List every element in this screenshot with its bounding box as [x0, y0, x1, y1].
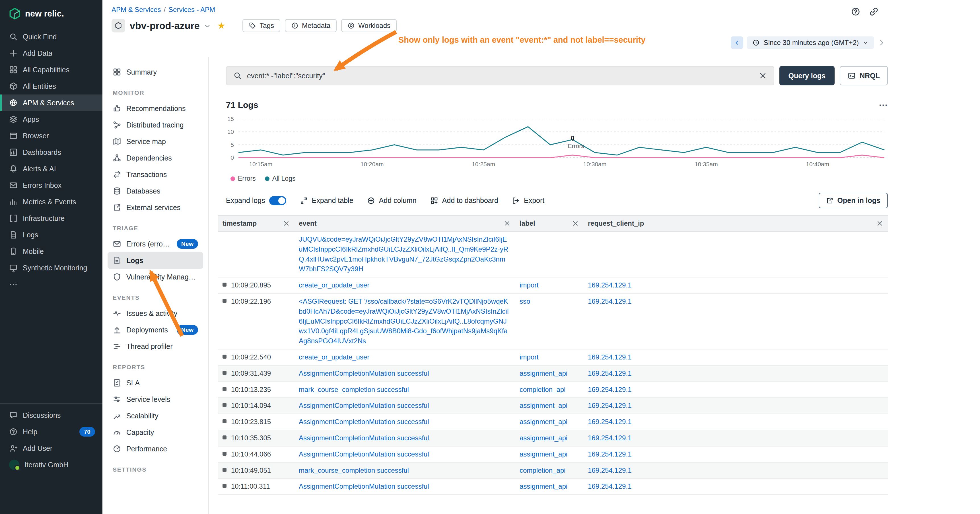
- nrql-button[interactable]: NRQL: [840, 66, 888, 85]
- log-label-link[interactable]: assignment_api: [520, 369, 567, 379]
- log-ip-link[interactable]: 169.254.129.1: [588, 401, 632, 411]
- sidebar-item-metrics-events[interactable]: Metrics & Events: [0, 194, 102, 210]
- chip-tags[interactable]: Tags: [242, 19, 280, 32]
- log-row[interactable]: 10:10:14.094AssignmentCompletionMutation…: [218, 398, 888, 414]
- log-event-link[interactable]: AssignmentCompletionMutation successful: [299, 482, 429, 492]
- subnav-item-logs[interactable]: Logs: [108, 252, 203, 269]
- log-ip-link[interactable]: 169.254.129.1: [588, 433, 632, 443]
- subnav-item-distributed-tracing[interactable]: Distributed tracing: [108, 117, 203, 133]
- overflow-menu-button[interactable]: ⋯: [879, 100, 888, 110]
- sidebar-item-more[interactable]: [0, 276, 102, 293]
- breadcrumb-link-services-apm[interactable]: Services - APM: [169, 6, 215, 14]
- remove-column-button[interactable]: [504, 220, 511, 227]
- copy-link-icon[interactable]: [869, 7, 879, 16]
- log-event-link[interactable]: mark_course_completion successful: [299, 385, 409, 395]
- log-row[interactable]: 10:09:22.196<ASGIRequest: GET '/sso/call…: [218, 294, 888, 350]
- log-row[interactable]: JUQVU&code=eyJraWQiOiJjcGltY29yZV8wOTl1M…: [218, 232, 888, 277]
- expand-logs-toggle[interactable]: Expand logs: [226, 196, 286, 205]
- subnav-item-summary[interactable]: Summary: [108, 64, 203, 80]
- legend-item-all-logs[interactable]: All Logs: [265, 175, 296, 183]
- log-ip-link[interactable]: 169.254.129.1: [588, 449, 632, 459]
- help-circle-icon[interactable]: [851, 7, 861, 16]
- log-ip-link[interactable]: 169.254.129.1: [588, 369, 632, 379]
- sidebar-item-apm-services[interactable]: APM & Services: [0, 94, 102, 111]
- log-label-link[interactable]: assignment_api: [520, 417, 567, 427]
- log-label-link[interactable]: assignment_api: [520, 401, 567, 411]
- subnav-item-databases[interactable]: Databases: [108, 183, 203, 199]
- sidebar-item-mobile[interactable]: Mobile: [0, 243, 102, 259]
- log-label-link[interactable]: import: [520, 352, 539, 362]
- log-row[interactable]: 10:09:20.895create_or_update_userimport1…: [218, 277, 888, 294]
- log-label-link[interactable]: completion_api: [520, 466, 565, 476]
- chevron-down-icon[interactable]: [204, 23, 210, 29]
- sidebar-item-alerts-ai[interactable]: Alerts & AI: [0, 161, 102, 177]
- subnav-item-service-map[interactable]: Service map: [108, 133, 203, 150]
- sidebar-item-all-capabilities[interactable]: All Capabilities: [0, 62, 102, 78]
- subnav-item-deployments[interactable]: DeploymentsNew: [108, 321, 203, 338]
- subnav-item-capacity[interactable]: Capacity: [108, 424, 203, 441]
- subnav-item-issues-activity[interactable]: Issues & activity: [108, 305, 203, 321]
- favorite-star-icon[interactable]: ★: [217, 21, 226, 30]
- clear-search-icon[interactable]: [759, 72, 767, 80]
- log-event-link[interactable]: AssignmentCompletionMutation successful: [299, 417, 429, 427]
- log-row[interactable]: 10:10:44.066AssignmentCompletionMutation…: [218, 447, 888, 463]
- subnav-item-transactions[interactable]: Transactions: [108, 166, 203, 183]
- log-label-link[interactable]: assignment_api: [520, 482, 567, 492]
- chip-metadata[interactable]: Metadata: [285, 19, 337, 32]
- remove-column-button[interactable]: [877, 220, 883, 227]
- sidebar-item-logs[interactable]: Logs: [0, 226, 102, 243]
- sidebar-item-dashboards[interactable]: Dashboards: [0, 144, 102, 161]
- log-row[interactable]: 10:09:31.439AssignmentCompletionMutation…: [218, 366, 888, 382]
- subnav-item-performance[interactable]: Performance: [108, 441, 203, 457]
- subnav-item-scalability[interactable]: Scalability: [108, 407, 203, 424]
- log-event-link[interactable]: <ASGIRequest: GET '/sso/callback/?state=…: [299, 296, 511, 346]
- log-event-link[interactable]: AssignmentCompletionMutation successful: [299, 433, 429, 443]
- chip-workloads[interactable]: Workloads: [341, 19, 397, 32]
- log-label-link[interactable]: sso: [520, 296, 530, 307]
- subnav-item-dependencies[interactable]: Dependencies: [108, 150, 203, 166]
- sidebar-item-account[interactable]: Iterativ GmbH: [0, 457, 102, 473]
- sidebar-item-apps[interactable]: Apps: [0, 111, 102, 127]
- log-ip-link[interactable]: 169.254.129.1: [588, 385, 632, 395]
- log-event-link[interactable]: AssignmentCompletionMutation successful: [299, 401, 429, 411]
- log-row[interactable]: 10:10:49.051mark_course_completion succe…: [218, 463, 888, 479]
- toggle-on-icon[interactable]: [269, 196, 286, 205]
- legend-item-errors[interactable]: Errors: [231, 175, 256, 183]
- log-row[interactable]: 10:09:22.540create_or_update_userimport1…: [218, 350, 888, 366]
- sidebar-item-errors-inbox[interactable]: Errors Inbox: [0, 177, 102, 194]
- log-ip-link[interactable]: 169.254.129.1: [588, 417, 632, 427]
- sidebar-item-browser[interactable]: Browser: [0, 127, 102, 144]
- log-ip-link[interactable]: 169.254.129.1: [588, 296, 632, 307]
- log-event-link[interactable]: AssignmentCompletionMutation successful: [299, 369, 429, 379]
- log-ip-link[interactable]: 169.254.129.1: [588, 466, 632, 476]
- sidebar-item-add-data[interactable]: Add Data: [0, 45, 102, 62]
- log-event-link[interactable]: create_or_update_user: [299, 280, 369, 290]
- sidebar-item-help[interactable]: Help70: [0, 423, 102, 440]
- subnav-item-sla[interactable]: SLA: [108, 374, 203, 391]
- query-logs-button[interactable]: Query logs: [780, 66, 835, 85]
- breadcrumb-link-apm-services[interactable]: APM & Services: [111, 6, 161, 14]
- sidebar-item-infrastructure[interactable]: Infrastructure: [0, 210, 102, 226]
- logs-search-input[interactable]: event:* -"label":"security": [226, 66, 774, 85]
- log-event-link[interactable]: mark_course_completion successful: [299, 466, 409, 476]
- time-range-button[interactable]: Since 30 minutes ago (GMT+2): [747, 37, 874, 49]
- log-row[interactable]: 10:10:13.235mark_course_completion succe…: [218, 382, 888, 398]
- expand-table-button[interactable]: Expand table: [300, 196, 353, 205]
- sidebar-item-add-user[interactable]: Add User: [0, 440, 102, 457]
- log-label-link[interactable]: completion_api: [520, 385, 565, 395]
- log-ip-link[interactable]: 169.254.129.1: [588, 482, 632, 492]
- log-label-link[interactable]: assignment_api: [520, 449, 567, 459]
- brand-logo[interactable]: new relic.: [0, 0, 102, 25]
- log-row[interactable]: 10:10:35.305AssignmentCompletionMutation…: [218, 430, 888, 447]
- sidebar-item-synthetic-monitoring[interactable]: Synthetic Monitoring: [0, 259, 102, 276]
- sidebar-item-all-entities[interactable]: All Entities: [0, 78, 102, 94]
- time-forward-button[interactable]: [878, 39, 886, 47]
- log-row[interactable]: 10:10:23.815AssignmentCompletionMutation…: [218, 414, 888, 430]
- subnav-item-external-services[interactable]: External services: [108, 199, 203, 216]
- subnav-item-service-levels[interactable]: Service levels: [108, 391, 203, 407]
- log-ip-link[interactable]: 169.254.129.1: [588, 280, 632, 290]
- log-event-link[interactable]: JUQVU&code=eyJraWQiOiJjcGltY29yZV8wOTl1M…: [299, 234, 511, 274]
- sidebar-item-quick-find[interactable]: Quick Find: [0, 29, 102, 45]
- log-label-link[interactable]: assignment_api: [520, 433, 567, 443]
- log-event-link[interactable]: create_or_update_user: [299, 352, 369, 362]
